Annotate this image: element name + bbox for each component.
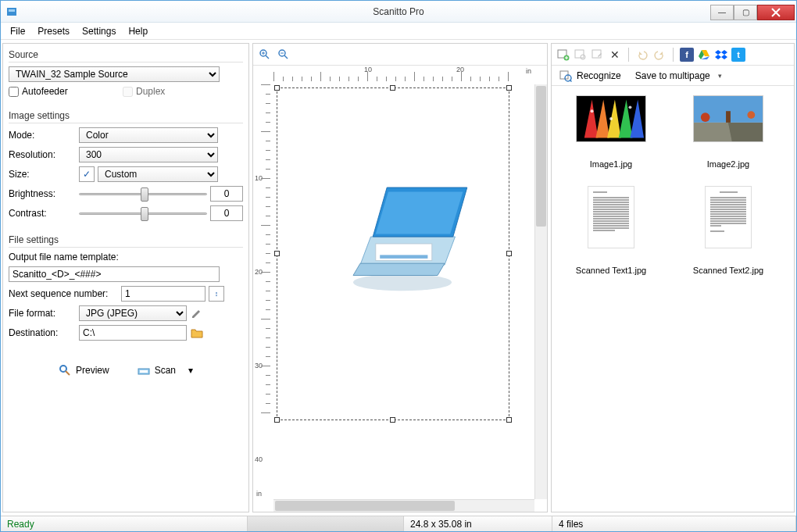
thumbnail-image	[588, 186, 634, 248]
zoom-in-icon[interactable]	[258, 48, 272, 62]
google-drive-icon[interactable]	[697, 48, 711, 62]
recognize-button[interactable]: Recognize	[556, 68, 624, 84]
thumbnail-image	[576, 95, 646, 142]
thumbnail-item[interactable]: Image1.jpg	[556, 95, 666, 181]
mode-label: Mode:	[9, 130, 76, 141]
destination-label: Destination:	[9, 327, 76, 338]
svg-point-27	[628, 105, 631, 109]
thumbnail-label: Image1.jpg	[590, 159, 632, 181]
add-image-icon[interactable]	[556, 48, 570, 62]
thumbnail-item[interactable]: Scanned Text2.jpg	[674, 186, 783, 287]
contrast-label: Contrast:	[9, 208, 76, 219]
source-select[interactable]: TWAIN_32 Sample Source	[9, 66, 220, 82]
menu-settings[interactable]: Settings	[76, 24, 122, 38]
resolution-label: Resolution:	[9, 149, 76, 160]
title-bar: Scanitto Pro — ▢	[1, 1, 796, 23]
sequence-spinner[interactable]: ↕	[209, 286, 224, 302]
scanner-icon	[138, 364, 150, 377]
sequence-input[interactable]	[121, 286, 206, 302]
file-settings-group: File settings Output file name template:…	[8, 234, 244, 345]
brightness-label: Brightness:	[9, 188, 76, 199]
svg-line-7	[266, 55, 269, 59]
redo-icon	[652, 48, 667, 62]
menu-bar: File Presets Settings Help	[1, 23, 796, 40]
destination-input[interactable]	[79, 325, 187, 341]
size-label: Size:	[9, 169, 76, 180]
scan-area[interactable]	[277, 87, 509, 420]
format-label: File format:	[9, 308, 76, 319]
search-image-icon	[574, 48, 588, 62]
delete-icon[interactable]: ✕	[608, 48, 622, 62]
status-dimensions: 24.8 x 35.08 in	[404, 516, 552, 531]
svg-point-13	[353, 274, 452, 291]
status-file-count: 4 files	[552, 516, 796, 531]
vertical-ruler: 10 20 30 40 in	[253, 84, 273, 499]
save-multipage-button[interactable]: Save to multipage	[632, 69, 725, 83]
svg-line-23	[570, 80, 572, 82]
contrast-slider[interactable]	[79, 205, 207, 221]
minimize-button[interactable]: —	[710, 5, 734, 20]
mode-select[interactable]: Color	[79, 127, 218, 143]
image-settings-label: Image settings	[9, 110, 243, 123]
edit-image-icon	[591, 48, 605, 62]
autofeeder-checkbox[interactable]: Autofeeder	[9, 86, 76, 97]
format-select[interactable]: JPG (JPEG)	[79, 305, 187, 321]
format-settings-icon[interactable]	[190, 306, 204, 320]
menu-presets[interactable]: Presets	[31, 24, 76, 38]
thumbnail-list: Image1.jpg Image2.jpg Scanned Text1.jpg	[552, 86, 794, 512]
scan-button[interactable]: Scan ▾	[131, 361, 199, 380]
twitter-icon[interactable]: t	[731, 48, 745, 62]
settings-panel: Source TWAIN_32 Sample Source Autofeeder…	[2, 43, 249, 512]
thumbnail-label: Scanned Text2.jpg	[693, 266, 763, 287]
ocr-icon	[559, 70, 572, 82]
close-button[interactable]	[757, 5, 795, 20]
svg-point-31	[747, 111, 755, 119]
resolution-select[interactable]: 300	[79, 147, 218, 162]
source-group: Source TWAIN_32 Sample Source Autofeeder…	[8, 48, 244, 102]
thumbnail-label: Scanned Text1.jpg	[576, 266, 646, 287]
thumbnail-item[interactable]: Image2.jpg	[674, 95, 783, 181]
filename-template-input[interactable]	[9, 266, 220, 282]
undo-icon	[635, 48, 649, 62]
brightness-value[interactable]	[210, 186, 243, 202]
browse-folder-icon[interactable]	[190, 326, 204, 340]
svg-line-11	[284, 55, 288, 59]
dropbox-icon[interactable]	[714, 48, 728, 62]
preview-canvas[interactable]: 10 20 in 10 20 30 40 in	[253, 66, 547, 512]
vertical-scrollbar[interactable]	[534, 84, 547, 499]
image-settings-group: Image settings Mode: Color Resolution: 3…	[8, 109, 244, 226]
brightness-slider[interactable]	[79, 186, 207, 202]
magnifier-icon	[59, 364, 71, 377]
duplex-checkbox: Duplex	[123, 86, 190, 97]
horizontal-scrollbar[interactable]	[273, 499, 534, 512]
chevron-down-icon[interactable]: ▾	[188, 365, 193, 376]
svg-rect-20	[592, 50, 601, 58]
status-bar: Ready 24.8 x 35.08 in 4 files	[1, 516, 796, 531]
zoom-out-icon[interactable]	[277, 48, 291, 62]
preview-button[interactable]: Preview	[52, 361, 116, 380]
maximize-button[interactable]: ▢	[734, 5, 757, 20]
window-title: Scanitto Pro	[373, 6, 424, 17]
menu-help[interactable]: Help	[122, 24, 154, 38]
svg-point-30	[701, 112, 710, 122]
contrast-value[interactable]	[210, 205, 243, 221]
thumbnail-item[interactable]: Scanned Text1.jpg	[556, 186, 666, 287]
file-settings-label: File settings	[9, 234, 243, 248]
svg-point-2	[60, 366, 66, 372]
svg-rect-5	[140, 370, 148, 373]
app-icon	[5, 5, 18, 18]
menu-file[interactable]: File	[4, 24, 31, 38]
size-lock-checkbox[interactable]: ✓	[79, 166, 95, 182]
files-panel: ✕ f t Recognize Save to multipage	[551, 43, 795, 512]
horizontal-ruler: 10 20 in	[273, 66, 534, 84]
svg-rect-18	[575, 50, 584, 58]
source-label: Source	[9, 49, 243, 62]
thumbnail-label: Image2.jpg	[707, 159, 749, 181]
svg-line-3	[66, 371, 70, 375]
status-progress	[248, 516, 404, 531]
preview-panel: 10 20 in 10 20 30 40 in	[252, 43, 548, 512]
facebook-icon[interactable]: f	[680, 48, 694, 62]
status-ready: Ready	[1, 516, 248, 531]
size-select[interactable]: Custom	[98, 166, 218, 182]
svg-rect-1	[9, 9, 15, 12]
